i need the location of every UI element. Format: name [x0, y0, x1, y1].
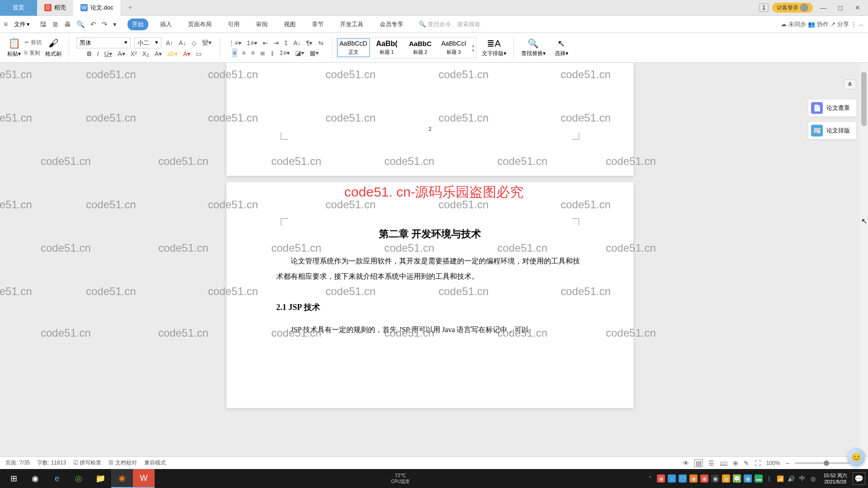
undo-icon[interactable]: ↶: [90, 20, 96, 28]
tray-icon[interactable]: ◉: [700, 474, 708, 483]
tray-icon[interactable]: ◉: [689, 474, 698, 483]
start-button[interactable]: ⊞: [3, 469, 24, 488]
print-icon[interactable]: 🖶: [64, 20, 71, 28]
page-previous[interactable]: 2: [226, 63, 633, 176]
draft-view-icon[interactable]: ✎: [744, 460, 749, 467]
word-count[interactable]: 字数: 11813: [37, 459, 66, 467]
tray-icon[interactable]: ◉: [711, 474, 719, 483]
web-view-icon[interactable]: ⊕: [733, 460, 738, 467]
format-painter-button[interactable]: 🖌格式刷: [45, 38, 61, 58]
strikethrough-button[interactable]: A̶▾: [117, 49, 126, 58]
menu-tab-reference[interactable]: 引用: [223, 19, 244, 30]
collapse-ribbon-icon[interactable]: ︿: [859, 20, 864, 28]
asian-layout-button[interactable]: ‡: [283, 38, 289, 47]
tab-add[interactable]: +: [121, 4, 140, 12]
subscript-button[interactable]: X₂: [142, 49, 150, 58]
select-button[interactable]: ↖选择▾: [551, 38, 572, 57]
taskbar-app-wps[interactable]: W: [133, 469, 155, 488]
text-effect-button[interactable]: A▾: [154, 49, 163, 58]
tray-icon[interactable]: ◉: [657, 474, 665, 483]
font-color-button[interactable]: A▾: [182, 49, 191, 58]
tray-icon[interactable]: ↓: [668, 474, 676, 483]
tray-icon[interactable]: ◉: [722, 474, 730, 483]
font-name-select[interactable]: 黑体▾: [76, 38, 131, 48]
taskbar-app-explorer[interactable]: 📁: [90, 469, 111, 488]
style-body[interactable]: AaBbCcD正文: [337, 38, 370, 57]
cut-button[interactable]: ✂剪切: [24, 39, 42, 47]
paper-layout-button[interactable]: 📰论文排版: [808, 122, 856, 139]
side-toggle[interactable]: ≙: [844, 80, 856, 89]
align-justify-button[interactable]: ≣: [259, 48, 266, 57]
style-heading2[interactable]: AaBbC标题 2: [404, 38, 437, 57]
page-current[interactable]: 第二章 开发环境与技术 论文管理系统作为一款应用软件，其开发是需要搭建的一定的编…: [226, 182, 633, 408]
find-replace-button[interactable]: 🔍查找替换▾: [518, 38, 549, 57]
line-spacing-button[interactable]: ‡≡▾: [278, 48, 291, 57]
bold-button[interactable]: B: [86, 49, 92, 58]
taskbar-app-obs[interactable]: ◉: [24, 469, 46, 488]
menu-tab-member[interactable]: 会员专享: [375, 19, 408, 30]
shrink-font-icon[interactable]: A↓: [178, 38, 187, 47]
zoom-value[interactable]: 100%: [766, 460, 780, 466]
read-view-icon[interactable]: 📖: [720, 460, 727, 467]
hamburger-icon[interactable]: ≡: [4, 20, 8, 28]
action-center-icon[interactable]: 💬: [853, 472, 865, 485]
highlight-button[interactable]: ab▾: [166, 49, 179, 58]
clear-format-icon[interactable]: ◇: [191, 38, 198, 47]
align-center-button[interactable]: ≡: [241, 48, 246, 57]
menu-tab-view[interactable]: 视图: [279, 19, 300, 30]
save-icon[interactable]: 🖫: [40, 20, 47, 28]
tray-icon[interactable]: ◉: [744, 474, 752, 483]
redo-icon[interactable]: ↷: [102, 20, 108, 28]
tray-icon[interactable]: ▬: [755, 474, 763, 483]
taskbar-app-ie[interactable]: e: [46, 469, 68, 488]
paper-check-button[interactable]: 📄论文查重: [808, 99, 856, 117]
proof-toggle[interactable]: ☒ 文档校对: [108, 459, 137, 467]
font-size-select[interactable]: 小二▾: [134, 38, 161, 48]
numbering-button[interactable]: 1≡▾: [246, 38, 258, 47]
paste-button[interactable]: 📋粘贴▾: [7, 38, 21, 58]
style-scroll-down[interactable]: ▾: [472, 48, 474, 53]
italic-button[interactable]: I: [96, 49, 100, 58]
wifi-icon[interactable]: 📶: [776, 474, 784, 483]
clock[interactable]: 15:52 周六 2021/8/28: [820, 472, 851, 485]
tab-daoke[interactable]: D稻壳: [37, 0, 73, 16]
export-icon[interactable]: 🗎: [52, 20, 59, 28]
align-left-button[interactable]: ≡: [232, 48, 237, 57]
underline-button[interactable]: U▾: [103, 49, 113, 58]
scrollbar-thumb[interactable]: [861, 72, 867, 126]
menu-tab-chapter[interactable]: 章节: [307, 19, 328, 30]
increase-indent-button[interactable]: ⇥: [273, 38, 280, 47]
distribute-button[interactable]: ⫿: [270, 48, 275, 57]
file-menu[interactable]: 文件 ▾: [11, 19, 33, 29]
tab-button[interactable]: ⇆: [317, 38, 325, 47]
document-area[interactable]: 2 第二章 开发环境与技术 论文管理系统作为一款应用软件，其开发是需要搭建的一定…: [0, 63, 860, 469]
paragraph-mark-button[interactable]: ¶▾: [305, 38, 314, 47]
menu-tab-devtools[interactable]: 开发工具: [335, 19, 368, 30]
bluetooth-icon[interactable]: ᛒ: [765, 474, 774, 483]
ime-icon[interactable]: 中: [798, 474, 806, 483]
guest-login-button[interactable]: 访客登录: [772, 3, 813, 13]
collaborate-button[interactable]: 👥协作: [808, 20, 829, 28]
decrease-indent-button[interactable]: ⇤: [262, 38, 269, 47]
more-icon[interactable]: ⋮: [851, 21, 857, 28]
share-button[interactable]: ↗分享: [830, 20, 849, 28]
location-icon[interactable]: ◎: [809, 474, 817, 483]
taskbar-app-browser[interactable]: ◎: [68, 469, 90, 488]
style-heading1[interactable]: AaBb(标题 1: [371, 38, 403, 57]
eye-icon[interactable]: 👁: [683, 460, 689, 467]
taskbar-app-recorder[interactable]: ◉: [111, 469, 133, 488]
style-scroll-up[interactable]: ▴: [472, 43, 474, 48]
close-button[interactable]: ✕: [851, 1, 864, 14]
copy-button[interactable]: ⎘复制: [24, 49, 42, 57]
style-heading3[interactable]: AaBbCcI标题 3: [438, 38, 470, 57]
grow-font-icon[interactable]: A↑: [165, 38, 174, 47]
qat-dropdown-icon[interactable]: ▾: [113, 20, 117, 28]
phonetic-icon[interactable]: 變▾: [201, 38, 212, 48]
minimize-button[interactable]: —: [816, 1, 830, 14]
text-layout-button[interactable]: ≣A文字排版▾: [478, 38, 510, 57]
character-border-button[interactable]: ▭: [195, 49, 203, 58]
vertical-scrollbar[interactable]: [860, 63, 868, 469]
print-preview-icon[interactable]: 🔍: [76, 20, 85, 28]
outline-view-icon[interactable]: ☰: [708, 460, 714, 467]
menu-tab-start[interactable]: 开始: [127, 19, 148, 30]
